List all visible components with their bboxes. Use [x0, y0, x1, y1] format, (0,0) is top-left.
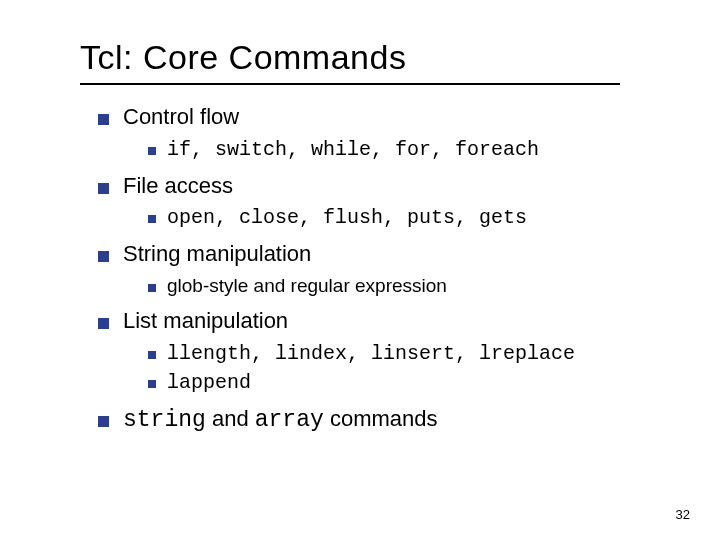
- subbullet-text: lappend: [167, 370, 251, 395]
- subbullet-text: llength, lindex, linsert, lreplace: [167, 341, 575, 366]
- bullet-control-flow: Control flow: [98, 103, 670, 131]
- bullet-text: File access: [123, 172, 233, 200]
- bullet-icon: [148, 351, 156, 359]
- page-number: 32: [676, 507, 690, 522]
- bullet-icon: [98, 318, 109, 329]
- bullet-icon: [98, 416, 109, 427]
- bullet-icon: [148, 284, 156, 292]
- subbullet-list-manip-1: llength, lindex, linsert, lreplace: [148, 341, 670, 366]
- bullet-icon: [98, 183, 109, 194]
- subbullet-text: glob-style and regular expression: [167, 274, 447, 298]
- bullet-icon: [148, 380, 156, 388]
- subbullet-text: open, close, flush, puts, gets: [167, 205, 527, 230]
- txt-commands: commands: [324, 406, 438, 431]
- txt-and: and: [206, 406, 255, 431]
- bullet-icon: [148, 147, 156, 155]
- slide-title: Tcl: Core Commands: [80, 38, 670, 77]
- subbullet-control-flow: if, switch, while, for, foreach: [148, 137, 670, 162]
- bullet-icon: [98, 251, 109, 262]
- title-rule: [80, 83, 620, 85]
- bullet-text: List manipulation: [123, 307, 288, 335]
- subbullet-list-manip-2: lappend: [148, 370, 670, 395]
- bullet-file-access: File access: [98, 172, 670, 200]
- bullet-text: Control flow: [123, 103, 239, 131]
- bullet-text: string and array commands: [123, 405, 438, 435]
- subbullet-string-manip: glob-style and regular expression: [148, 274, 670, 298]
- bullet-list-manip: List manipulation: [98, 307, 670, 335]
- subbullet-text: if, switch, while, for, foreach: [167, 137, 539, 162]
- bullet-icon: [98, 114, 109, 125]
- slide: Tcl: Core Commands Control flow if, swit…: [0, 0, 720, 540]
- bullet-icon: [148, 215, 156, 223]
- kw-string: string: [123, 407, 206, 433]
- kw-array: array: [255, 407, 324, 433]
- bullet-text: String manipulation: [123, 240, 311, 268]
- subbullet-file-access: open, close, flush, puts, gets: [148, 205, 670, 230]
- bullet-string-manip: String manipulation: [98, 240, 670, 268]
- bullet-string-array-cmds: string and array commands: [98, 405, 670, 435]
